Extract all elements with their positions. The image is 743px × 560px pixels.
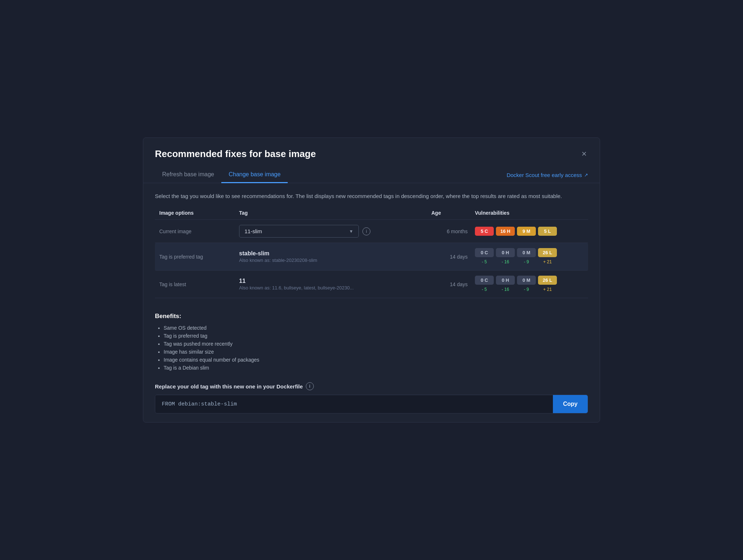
vuln-diffs-latest: - 5 - 16 - 9 + 21 [475,286,584,293]
badge-low-latest: 26 L [538,276,557,285]
benefit-item: Image contains equal number of packages [164,357,588,363]
age-current: 6 months [431,228,475,234]
table-row-latest: Tag is latest 11 Also known as: 11.6, bu… [155,271,588,298]
vuln-current: 5 C 16 H 9 M 5 L [475,227,584,236]
dockerfile-input[interactable] [155,395,553,413]
badge-high-latest: 0 H [496,276,515,285]
row-label-latest: Tag is latest [159,281,239,287]
tabs-left: Refresh base image Change base image [155,167,288,183]
vuln-badges-current: 5 C 16 H 9 M 5 L [475,227,584,236]
tag-alias-latest: Also known as: 11.6, bullseye, latest, b… [239,285,354,291]
col-header-age: Age [431,210,475,216]
tabs-bar: Refresh base image Change base image Doc… [143,160,600,183]
diff-m-latest: - 9 [517,286,536,293]
table-row-preferred: Tag is preferred tag stable-slim Also kn… [155,243,588,271]
row-label-preferred: Tag is preferred tag [159,254,239,260]
diff-l-preferred: + 21 [538,259,557,265]
benefit-item: Tag is preferred tag [164,333,588,339]
copy-button[interactable]: Copy [553,395,588,413]
col-header-tag: Tag [239,210,431,216]
tag-main-latest: 11 Also known as: 11.6, bullseye, latest… [239,278,354,291]
badge-low-preferred: 26 L [538,248,557,257]
modal-title: Recommended fixes for base image [155,148,316,160]
tag-dropdown-current[interactable]: 11-slim ▼ [239,225,359,238]
external-link-icon: ↗ [584,172,588,178]
diff-l-latest: + 21 [538,286,557,293]
table-row-current: Current image 11-slim ▼ i 6 months 5 C 1… [155,220,588,243]
badge-high-current: 16 H [496,227,515,236]
benefit-item: Same OS detected [164,325,588,331]
dropdown-arrow-icon: ▼ [349,229,353,234]
benefit-item: Image has similar size [164,349,588,355]
tag-main-preferred: stable-slim Also known as: stable-202302… [239,250,317,263]
badge-medium-current: 9 M [517,227,536,236]
modal: Recommended fixes for base image × Refre… [143,137,600,423]
badge-high-preferred: 0 H [496,248,515,257]
badge-critical-latest: 0 C [475,276,494,285]
tag-name-latest: 11 [239,278,354,284]
close-button[interactable]: × [580,148,588,160]
docker-scout-link[interactable]: Docker Scout free early access ↗ [506,172,588,178]
diff-c-preferred: - 5 [475,259,494,265]
badge-low-current: 5 L [538,227,557,236]
vuln-diffs-preferred: - 5 - 16 - 9 + 21 [475,259,584,265]
badge-medium-preferred: 0 M [517,248,536,257]
tag-cell-latest: 11 Also known as: 11.6, bullseye, latest… [239,278,431,291]
modal-header: Recommended fixes for base image × [143,138,600,160]
table-header-row: Image options Tag Age Vulnerabilities [155,206,588,220]
tag-alias-preferred: Also known as: stable-20230208-slim [239,258,317,263]
age-latest: 14 days [431,281,475,287]
tag-cell-current: 11-slim ▼ i [239,225,431,238]
vuln-preferred: 0 C 0 H 0 M 26 L - 5 - 16 - 9 + 21 [475,248,584,265]
badge-medium-latest: 0 M [517,276,536,285]
benefits-section: Benefits: Same OS detected Tag is prefer… [143,304,600,376]
tag-cell-preferred: stable-slim Also known as: stable-202302… [239,250,431,263]
row-label-current: Current image [159,228,239,234]
tab-change[interactable]: Change base image [221,167,288,183]
recommendations-table: Image options Tag Age Vulnerabilities Cu… [143,206,600,304]
age-preferred: 14 days [431,254,475,260]
benefits-list: Same OS detected Tag is preferred tag Ta… [155,325,588,371]
vuln-latest: 0 C 0 H 0 M 26 L - 5 - 16 - 9 + 21 [475,276,584,293]
replace-label: Replace your old tag with this new one i… [155,382,588,390]
vuln-badges-preferred: 0 C 0 H 0 M 26 L [475,248,584,257]
badge-critical-preferred: 0 C [475,248,494,257]
benefit-item: Tag was pushed more recently [164,341,588,347]
vuln-badges-latest: 0 C 0 H 0 M 26 L [475,276,584,285]
diff-h-latest: - 16 [496,286,515,293]
col-header-image-options: Image options [159,210,239,216]
replace-section: Replace your old tag with this new one i… [143,376,600,422]
dockerfile-row: Copy [155,395,588,413]
benefits-title: Benefits: [155,313,588,320]
benefit-item: Tag is a Debian slim [164,365,588,371]
badge-critical-current: 5 C [475,227,494,236]
tag-name-preferred: stable-slim [239,250,317,257]
col-header-vulnerabilities: Vulnerabilities [475,210,584,216]
diff-c-latest: - 5 [475,286,494,293]
diff-m-preferred: - 9 [517,259,536,265]
description-text: Select the tag you would like to see rec… [143,183,600,206]
info-icon-replace[interactable]: i [306,382,314,390]
diff-h-preferred: - 16 [496,259,515,265]
info-icon-current[interactable]: i [362,227,370,235]
tab-refresh[interactable]: Refresh base image [155,167,221,183]
